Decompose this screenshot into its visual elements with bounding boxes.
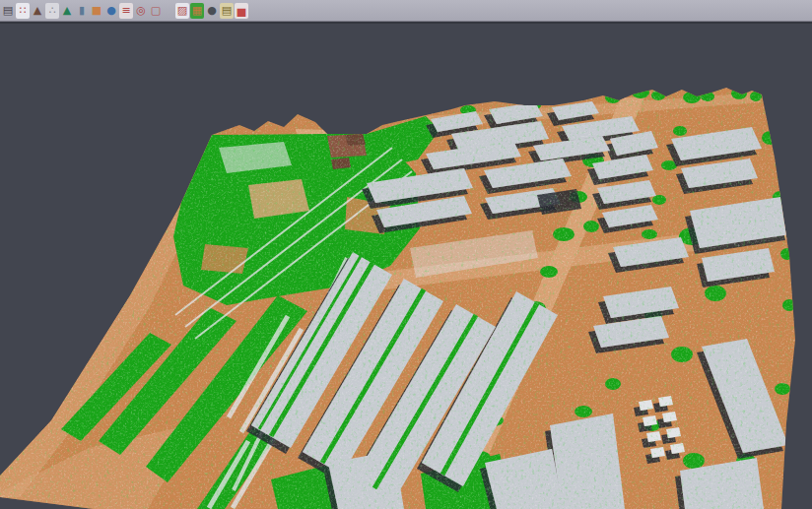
profile-panel-button[interactable]: ▮ xyxy=(75,3,89,19)
mesh-sphere-icon: ● xyxy=(207,5,217,16)
dem-surface-button[interactable]: ▲ xyxy=(60,3,74,19)
attribute-list-button[interactable]: ≡ xyxy=(119,3,133,19)
point-cloud-button[interactable]: ∴ xyxy=(45,3,59,19)
histogram-red-button[interactable]: ▅ xyxy=(235,3,248,19)
crop-box-button[interactable]: ▢ xyxy=(149,3,163,19)
toolbar: ▤∷▲∴▲▮■●≡◎▢▨▦●▤▅ xyxy=(0,0,812,22)
target-ring-button[interactable]: ◎ xyxy=(134,3,148,19)
noise-overlay-green xyxy=(0,79,812,509)
classification-colors-button[interactable]: ▦ xyxy=(190,3,204,19)
toolbar-divider xyxy=(0,22,812,24)
point-cloud-icon: ∴ xyxy=(49,5,56,16)
clear-color-button[interactable]: ▨ xyxy=(175,3,189,19)
dem-surface-icon: ▲ xyxy=(63,5,71,16)
mesh-sphere-button[interactable]: ● xyxy=(205,3,219,19)
toolbar-icons: ▤∷▲∴▲▮■●≡◎▢▨▦●▤▅ xyxy=(1,3,249,19)
orthophoto-button[interactable]: ■ xyxy=(90,3,103,19)
target-ring-icon: ◎ xyxy=(136,5,146,16)
orthophoto-icon: ■ xyxy=(92,5,102,16)
crop-box-icon: ▢ xyxy=(151,5,161,16)
display-options-icon: ▤ xyxy=(3,5,13,16)
clear-color-icon: ▨ xyxy=(177,5,187,16)
attribute-list-icon: ≡ xyxy=(121,5,130,16)
terrain-brown-icon: ▲ xyxy=(34,5,41,16)
point-pairs-align-icon: ∷ xyxy=(20,5,27,16)
scale-bar-button[interactable]: ▤ xyxy=(220,3,234,19)
display-options-button[interactable]: ▤ xyxy=(1,3,15,19)
globe-button[interactable]: ● xyxy=(104,3,118,19)
scale-bar-icon: ▤ xyxy=(222,5,232,16)
profile-panel-icon: ▮ xyxy=(79,5,85,16)
point-pairs-align-button[interactable]: ∷ xyxy=(16,3,30,19)
globe-icon: ● xyxy=(106,5,116,16)
histogram-red-icon: ▅ xyxy=(237,5,245,16)
classification-colors-icon: ▦ xyxy=(192,5,202,16)
scene-3d-view[interactable] xyxy=(0,0,812,509)
terrain-brown-button[interactable]: ▲ xyxy=(31,3,44,19)
